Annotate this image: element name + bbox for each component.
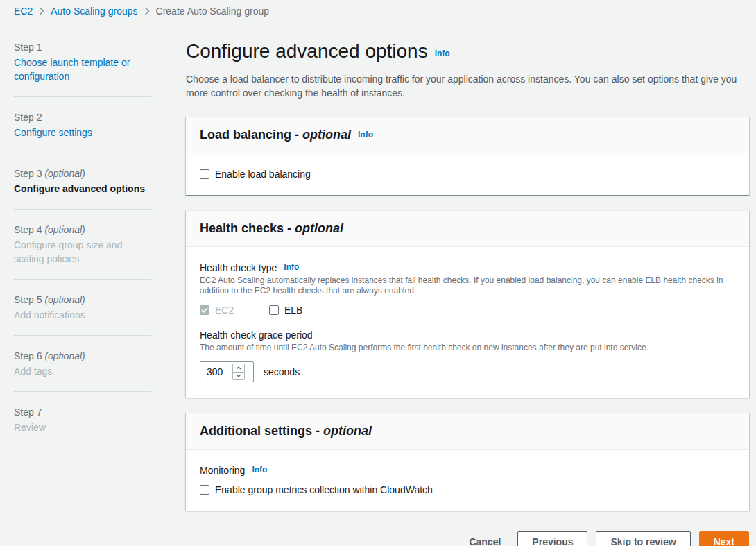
elb-health-check-label[interactable]: ELB <box>284 305 302 316</box>
sidebar-step-4: Step 4 (optional) Configure group size a… <box>14 223 151 266</box>
stepper-up-button[interactable] <box>233 364 244 373</box>
elb-health-check-checkbox[interactable] <box>269 305 279 315</box>
step-number: Step 2 <box>14 112 42 123</box>
monitoring-info-link[interactable]: Info <box>252 465 267 475</box>
additional-settings-title: Additional settings - <box>200 424 320 438</box>
sidebar-step-7-title: Review <box>14 420 151 434</box>
page-description: Choose a load balancer to distribute inc… <box>186 72 741 100</box>
step-number: Step 3 <box>14 168 42 179</box>
load-balancing-card: Load balancing - optionalInfo Enable loa… <box>186 117 749 195</box>
step-number: Step 5 <box>14 294 42 305</box>
step-number: Step 1 <box>14 42 42 53</box>
sidebar-step-7: Step 7 Review <box>14 405 151 434</box>
health-check-type-info-link[interactable]: Info <box>284 262 299 272</box>
chevron-right-icon <box>144 7 150 15</box>
sidebar-step-5: Step 5 (optional) Add notifications <box>14 293 151 322</box>
sidebar-step-6-title: Add tags <box>14 364 151 378</box>
enable-load-balancing-checkbox[interactable] <box>200 169 209 179</box>
wizard-steps-sidebar: Step 1 Choose launch template or configu… <box>14 40 151 546</box>
sidebar-divider <box>14 209 151 210</box>
stepper-down-button[interactable] <box>233 373 244 380</box>
sidebar-divider <box>14 96 151 97</box>
additional-settings-card: Additional settings - optional Monitorin… <box>186 413 749 511</box>
health-check-type-description: EC2 Auto Scaling automatically replaces … <box>200 275 735 296</box>
main-content: Configure advanced optionsInfo Choose a … <box>186 40 749 546</box>
grace-period-description: The amount of time until EC2 Auto Scalin… <box>200 343 735 353</box>
sidebar-divider <box>14 391 151 392</box>
sidebar-step-2: Step 2 Configure settings <box>14 110 151 139</box>
grace-period-group: Health check grace period The amount of … <box>200 330 735 382</box>
load-balancing-header: Load balancing - optionalInfo <box>186 117 749 153</box>
group-metrics-label[interactable]: Enable group metrics collection within C… <box>215 484 433 495</box>
health-check-type-label: Health check type <box>200 262 277 273</box>
chevron-down-icon <box>236 374 241 377</box>
health-checks-header: Health checks - optional <box>186 211 749 247</box>
grace-period-unit: seconds <box>264 366 300 377</box>
grace-period-label: Health check grace period <box>200 330 735 341</box>
sidebar-step-4-title: Configure group size and scaling policie… <box>14 238 151 266</box>
breadcrumb-current: Create Auto Scaling group <box>156 6 269 17</box>
previous-button[interactable]: Previous <box>517 531 587 546</box>
breadcrumb: EC2 Auto Scaling groups Create Auto Scal… <box>0 0 756 17</box>
group-metrics-row: Enable group metrics collection within C… <box>200 484 735 495</box>
page-title-info-link[interactable]: Info <box>435 49 450 58</box>
health-checks-card: Health checks - optional Health check ty… <box>186 210 749 398</box>
load-balancing-title: Load balancing - <box>200 128 299 142</box>
check-icon <box>201 307 208 313</box>
sidebar-step-5-title: Add notifications <box>14 308 151 322</box>
next-button[interactable]: Next <box>699 531 749 546</box>
step-number: Step 7 <box>14 407 42 418</box>
step-optional: (optional) <box>44 350 85 361</box>
chevron-right-icon <box>39 7 44 15</box>
step-optional: (optional) <box>44 168 85 179</box>
grace-period-stepper <box>232 364 245 380</box>
skip-to-review-button[interactable]: Skip to review <box>596 531 690 546</box>
sidebar-step-2-link[interactable]: Configure settings <box>14 126 151 139</box>
sidebar-step-3-current: Step 3 (optional) Configure advanced opt… <box>14 167 151 196</box>
group-metrics-checkbox[interactable] <box>200 485 209 495</box>
health-checks-title: Health checks - <box>200 221 291 235</box>
health-checks-optional: optional <box>295 221 343 235</box>
load-balancing-info-link[interactable]: Info <box>358 130 373 139</box>
sidebar-step-1-link[interactable]: Choose launch template or configuration <box>14 56 151 83</box>
sidebar-divider <box>14 153 151 153</box>
sidebar-step-1: Step 1 Choose launch template or configu… <box>14 40 151 83</box>
cancel-button[interactable]: Cancel <box>469 536 501 546</box>
additional-settings-header: Additional settings - optional <box>186 413 749 450</box>
step-number: Step 4 <box>14 224 42 235</box>
ec2-health-check-checkbox <box>200 305 209 315</box>
step-number: Step 6 <box>14 350 42 361</box>
sidebar-divider <box>14 335 151 336</box>
breadcrumb-link-ec2[interactable]: EC2 <box>14 6 33 17</box>
monitoring-label: Monitoring <box>200 465 245 476</box>
enable-load-balancing-row: Enable load balancing <box>200 169 735 180</box>
load-balancing-optional: optional <box>302 128 351 142</box>
enable-load-balancing-label[interactable]: Enable load balancing <box>215 169 311 180</box>
ec2-health-check-label: EC2 <box>215 305 234 316</box>
wizard-footer: Cancel Previous Skip to review Next <box>186 531 749 546</box>
grace-period-input-wrap <box>200 361 254 382</box>
step-optional: (optional) <box>44 294 85 305</box>
sidebar-divider <box>14 279 151 280</box>
sidebar-step-6: Step 6 (optional) Add tags <box>14 349 151 378</box>
sidebar-step-3-title: Configure advanced options <box>14 182 151 196</box>
step-optional: (optional) <box>44 224 85 235</box>
health-check-type-group: Health check typeInfo EC2 Auto Scaling a… <box>200 262 735 316</box>
page-title: Configure advanced optionsInfo <box>186 40 749 62</box>
chevron-up-icon <box>236 366 241 370</box>
grace-period-input[interactable] <box>200 362 232 382</box>
breadcrumb-link-asg[interactable]: Auto Scaling groups <box>51 6 137 17</box>
additional-settings-optional: optional <box>323 424 372 438</box>
